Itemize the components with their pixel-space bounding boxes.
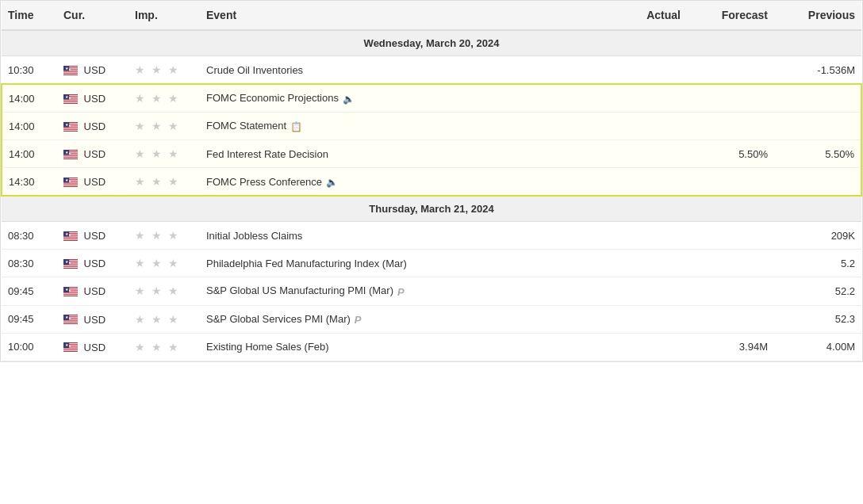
event-name-cell[interactable]: FOMC Economic Projections🔈 [200, 84, 623, 113]
event-time: 14:00 [2, 140, 57, 168]
event-previous: -1.536M [774, 56, 861, 85]
event-name-cell[interactable]: Initial Jobless Claims [200, 222, 623, 250]
importance-stars: ★ ★ ★ [135, 313, 180, 326]
svg-rect-22 [63, 127, 78, 128]
event-name-cell[interactable]: Philadelphia Fed Manufacturing Index (Ma… [200, 250, 623, 277]
table-row[interactable]: 14:00 ★★★ USD★ ★ ★Fed Interest Rate Deci… [2, 140, 861, 168]
event-title: Philadelphia Fed Manufacturing Index (Ma… [206, 258, 407, 269]
currency-label: USD [81, 314, 105, 326]
event-actual [623, 250, 687, 277]
table-row[interactable]: 08:30 ★★★ USD★ ★ ★Initial Jobless Claims… [2, 222, 861, 250]
svg-rect-5 [63, 72, 78, 73]
event-name-cell[interactable]: Existing Home Sales (Feb) [200, 333, 623, 361]
currency-label: USD [81, 342, 105, 353]
svg-text:★★★: ★★★ [63, 95, 71, 99]
importance-stars: ★ ★ ★ [135, 120, 180, 132]
event-actual [623, 168, 687, 197]
svg-text:★★★: ★★★ [63, 67, 71, 71]
event-forecast [687, 222, 774, 250]
event-title: FOMC Statement [206, 120, 286, 132]
table-row[interactable]: 14:00 ★★★ USD★ ★ ★FOMC Economic Projecti… [2, 84, 861, 113]
event-currency: ★★★ USD [57, 250, 128, 277]
event-previous [774, 84, 861, 113]
table-row[interactable]: 10:30 ★★★ USD★ ★ ★Crude Oil Inventories-… [2, 56, 861, 85]
svg-rect-31 [63, 155, 78, 155]
svg-rect-52 [63, 231, 69, 236]
event-forecast: 3.94M [687, 333, 774, 361]
event-previous: 5.50% [774, 140, 861, 168]
table-row[interactable]: 09:45 ★★★ USD★ ★ ★S&P Global US Manufact… [2, 277, 861, 305]
svg-rect-4 [63, 71, 78, 71]
importance-stars: ★ ★ ★ [135, 257, 180, 269]
svg-rect-60 [63, 267, 78, 268]
table-row[interactable]: 10:00 ★★★ USD★ ★ ★Existing Home Sales (F… [2, 333, 861, 361]
event-actual [623, 84, 687, 113]
event-actual [623, 333, 687, 361]
svg-rect-42 [63, 185, 78, 186]
header-cur: Cur. [57, 1, 128, 30]
event-title: FOMC Press Conference [206, 176, 322, 188]
event-time: 14:00 [2, 113, 57, 140]
svg-rect-50 [63, 238, 78, 239]
event-name-cell[interactable]: S&P Global US Manufacturing PMI (Mar) P [200, 277, 623, 305]
event-importance: ★ ★ ★ [128, 250, 200, 277]
event-forecast [687, 168, 774, 197]
svg-rect-88 [63, 342, 69, 347]
economic-calendar-table: Time Cur. Imp. Event Actual Forecast Pre… [0, 0, 863, 362]
event-name-cell[interactable]: S&P Global Services PMI (Mar) P [200, 305, 623, 333]
importance-stars: ★ ★ ★ [135, 284, 180, 297]
svg-rect-13 [63, 99, 78, 100]
currency-label: USD [81, 148, 105, 160]
svg-text:★★★: ★★★ [63, 232, 71, 236]
event-previous [774, 113, 861, 140]
svg-rect-24 [63, 130, 78, 131]
currency-label: USD [81, 258, 105, 269]
day-header-label: Wednesday, March 20, 2024 [2, 30, 861, 56]
svg-rect-32 [63, 156, 78, 157]
event-name-cell[interactable]: FOMC Statement📋 [200, 113, 623, 140]
table-row[interactable]: 14:30 ★★★ USD★ ★ ★FOMC Press Conference🔈 [2, 168, 861, 197]
table-row[interactable]: 08:30 ★★★ USD★ ★ ★Philadelphia Fed Manuf… [2, 250, 861, 277]
event-forecast [687, 250, 774, 277]
svg-rect-51 [63, 239, 78, 240]
table-row[interactable]: 09:45 ★★★ USD★ ★ ★S&P Global Services PM… [2, 305, 861, 333]
event-actual [623, 277, 687, 305]
speaker-icon: 🔈 [326, 177, 338, 188]
event-title: Crude Oil Inventories [206, 64, 303, 76]
importance-stars: ★ ★ ★ [135, 341, 180, 353]
importance-stars: ★ ★ ★ [135, 175, 180, 188]
event-previous [774, 168, 861, 197]
event-time: 10:30 [2, 56, 57, 85]
event-importance: ★ ★ ★ [128, 84, 200, 113]
preliminary-icon: P [397, 286, 405, 298]
event-name-cell[interactable]: Crude Oil Inventories [200, 56, 623, 85]
svg-text:★★★: ★★★ [63, 288, 71, 292]
table-row[interactable]: 14:00 ★★★ USD★ ★ ★FOMC Statement📋 [2, 113, 861, 140]
event-forecast [687, 277, 774, 305]
event-time: 09:45 [2, 305, 57, 333]
svg-rect-67 [63, 292, 78, 292]
event-importance: ★ ★ ★ [128, 305, 200, 333]
event-title: S&P Global US Manufacturing PMI (Mar) [206, 284, 393, 296]
preliminary-icon: P [355, 314, 362, 326]
document-icon: 📋 [290, 121, 302, 132]
event-previous: 52.2 [774, 277, 861, 305]
us-flag-icon: ★★★ [63, 66, 78, 75]
event-name-cell[interactable]: FOMC Press Conference🔈 [200, 168, 623, 197]
svg-rect-78 [63, 323, 78, 323]
event-title: FOMC Economic Projections [206, 92, 339, 104]
header-previous: Previous [774, 1, 861, 30]
svg-rect-61 [63, 259, 69, 264]
svg-rect-33 [63, 158, 78, 158]
event-importance: ★ ★ ★ [128, 333, 200, 361]
svg-rect-69 [63, 295, 78, 296]
event-name-cell[interactable]: Fed Interest Rate Decision [200, 140, 623, 168]
event-currency: ★★★ USD [57, 333, 128, 361]
event-currency: ★★★ USD [57, 56, 128, 85]
us-flag-icon: ★★★ [63, 178, 78, 187]
svg-text:★★★: ★★★ [63, 344, 71, 348]
currency-label: USD [81, 120, 105, 132]
event-title: Existing Home Sales (Feb) [206, 341, 329, 353]
event-forecast [687, 113, 774, 140]
svg-rect-23 [63, 128, 78, 129]
